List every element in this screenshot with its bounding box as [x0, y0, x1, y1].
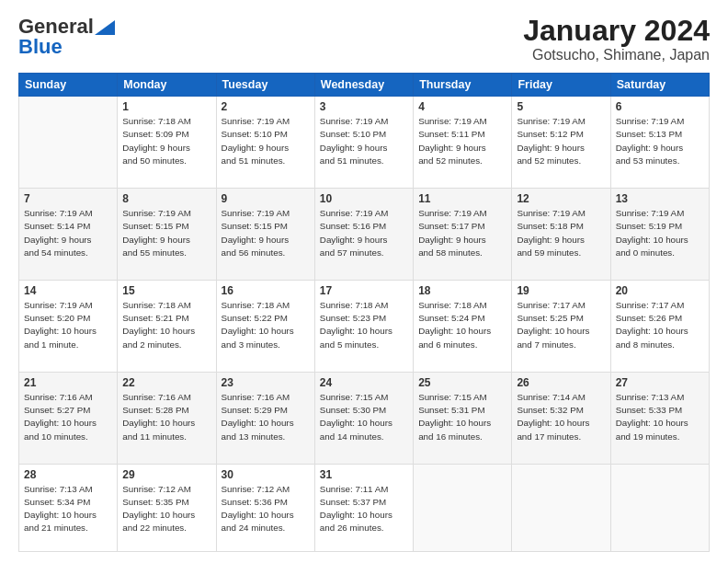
day-info: Sunrise: 7:17 AMSunset: 5:26 PMDaylight:… — [616, 299, 704, 351]
day-info: Sunrise: 7:18 AMSunset: 5:21 PMDaylight:… — [122, 299, 210, 351]
day-info: Sunrise: 7:19 AMSunset: 5:10 PMDaylight:… — [320, 115, 408, 167]
day-number: 14 — [24, 284, 112, 297]
day-info: Sunrise: 7:19 AMSunset: 5:10 PMDaylight:… — [222, 115, 310, 167]
calendar-cell: 11Sunrise: 7:19 AMSunset: 5:17 PMDayligh… — [414, 189, 512, 281]
day-info: Sunrise: 7:12 AMSunset: 5:35 PMDaylight:… — [122, 483, 210, 535]
day-number: 26 — [517, 376, 605, 389]
day-info: Sunrise: 7:11 AMSunset: 5:37 PMDaylight:… — [320, 483, 408, 535]
calendar-header-sunday: Sunday — [19, 74, 118, 97]
day-info: Sunrise: 7:15 AMSunset: 5:30 PMDaylight:… — [320, 391, 408, 443]
calendar-cell: 30Sunrise: 7:12 AMSunset: 5:36 PMDayligh… — [216, 464, 314, 551]
day-number: 31 — [320, 468, 408, 481]
calendar-cell: 4Sunrise: 7:19 AMSunset: 5:11 PMDaylight… — [414, 97, 512, 189]
day-number: 20 — [616, 284, 704, 297]
calendar-header-monday: Monday — [118, 74, 216, 97]
title-area: January 2024 Gotsucho, Shimane, Japan — [523, 15, 710, 63]
day-info: Sunrise: 7:19 AMSunset: 5:19 PMDaylight:… — [616, 207, 704, 259]
calendar-cell: 23Sunrise: 7:16 AMSunset: 5:29 PMDayligh… — [216, 372, 314, 464]
day-info: Sunrise: 7:16 AMSunset: 5:29 PMDaylight:… — [222, 391, 310, 443]
page-subtitle: Gotsucho, Shimane, Japan — [523, 47, 710, 63]
day-number: 9 — [222, 192, 310, 205]
day-number: 4 — [418, 100, 506, 113]
calendar-week-5: 28Sunrise: 7:13 AMSunset: 5:34 PMDayligh… — [19, 464, 710, 551]
day-number: 5 — [517, 100, 605, 113]
calendar-cell: 10Sunrise: 7:19 AMSunset: 5:16 PMDayligh… — [314, 189, 413, 281]
day-info: Sunrise: 7:19 AMSunset: 5:15 PMDaylight:… — [222, 207, 310, 259]
calendar: SundayMondayTuesdayWednesdayThursdayFrid… — [18, 73, 710, 552]
day-number: 29 — [122, 468, 210, 481]
calendar-cell: 3Sunrise: 7:19 AMSunset: 5:10 PMDaylight… — [314, 97, 413, 189]
calendar-cell: 6Sunrise: 7:19 AMSunset: 5:13 PMDaylight… — [610, 97, 709, 189]
day-info: Sunrise: 7:19 AMSunset: 5:13 PMDaylight:… — [616, 115, 704, 167]
day-number: 15 — [122, 284, 210, 297]
svg-marker-0 — [95, 20, 115, 35]
day-number: 11 — [418, 192, 506, 205]
day-number: 18 — [418, 284, 506, 297]
calendar-header-saturday: Saturday — [610, 74, 709, 97]
calendar-cell: 16Sunrise: 7:18 AMSunset: 5:22 PMDayligh… — [216, 281, 314, 373]
day-number: 27 — [616, 376, 704, 389]
calendar-cell: 25Sunrise: 7:15 AMSunset: 5:31 PMDayligh… — [414, 372, 512, 464]
calendar-cell — [512, 464, 610, 551]
day-info: Sunrise: 7:19 AMSunset: 5:17 PMDaylight:… — [418, 207, 506, 259]
calendar-cell: 29Sunrise: 7:12 AMSunset: 5:35 PMDayligh… — [118, 464, 216, 551]
day-number: 17 — [320, 284, 408, 297]
day-info: Sunrise: 7:19 AMSunset: 5:20 PMDaylight:… — [24, 299, 112, 351]
calendar-header-tuesday: Tuesday — [216, 74, 314, 97]
page: General Blue January 2024 Gotsucho, Shim… — [0, 0, 728, 563]
calendar-cell — [610, 464, 709, 551]
day-info: Sunrise: 7:19 AMSunset: 5:11 PMDaylight:… — [418, 115, 506, 167]
day-info: Sunrise: 7:18 AMSunset: 5:23 PMDaylight:… — [320, 299, 408, 351]
day-number: 30 — [222, 468, 310, 481]
day-info: Sunrise: 7:15 AMSunset: 5:31 PMDaylight:… — [418, 391, 506, 443]
day-info: Sunrise: 7:17 AMSunset: 5:25 PMDaylight:… — [517, 299, 605, 351]
calendar-cell: 1Sunrise: 7:18 AMSunset: 5:09 PMDaylight… — [118, 97, 216, 189]
day-number: 22 — [122, 376, 210, 389]
calendar-cell: 14Sunrise: 7:19 AMSunset: 5:20 PMDayligh… — [19, 281, 118, 373]
calendar-cell — [19, 97, 118, 189]
day-number: 24 — [320, 376, 408, 389]
calendar-cell: 28Sunrise: 7:13 AMSunset: 5:34 PMDayligh… — [19, 464, 118, 551]
calendar-cell: 8Sunrise: 7:19 AMSunset: 5:15 PMDaylight… — [118, 189, 216, 281]
day-info: Sunrise: 7:16 AMSunset: 5:28 PMDaylight:… — [122, 391, 210, 443]
day-number: 6 — [616, 100, 704, 113]
day-number: 1 — [122, 100, 210, 113]
calendar-cell: 9Sunrise: 7:19 AMSunset: 5:15 PMDaylight… — [216, 189, 314, 281]
day-number: 7 — [24, 192, 112, 205]
calendar-cell: 21Sunrise: 7:16 AMSunset: 5:27 PMDayligh… — [19, 372, 118, 464]
calendar-header-wednesday: Wednesday — [314, 74, 413, 97]
calendar-week-2: 7Sunrise: 7:19 AMSunset: 5:14 PMDaylight… — [19, 189, 710, 281]
day-info: Sunrise: 7:19 AMSunset: 5:16 PMDaylight:… — [320, 207, 408, 259]
day-info: Sunrise: 7:18 AMSunset: 5:24 PMDaylight:… — [418, 299, 506, 351]
calendar-cell: 15Sunrise: 7:18 AMSunset: 5:21 PMDayligh… — [118, 281, 216, 373]
logo: General Blue — [18, 15, 115, 59]
day-info: Sunrise: 7:13 AMSunset: 5:33 PMDaylight:… — [616, 391, 704, 443]
day-number: 12 — [517, 192, 605, 205]
day-number: 21 — [24, 376, 112, 389]
calendar-cell: 19Sunrise: 7:17 AMSunset: 5:25 PMDayligh… — [512, 281, 610, 373]
calendar-header-row: SundayMondayTuesdayWednesdayThursdayFrid… — [19, 74, 710, 97]
day-number: 19 — [517, 284, 605, 297]
calendar-week-1: 1Sunrise: 7:18 AMSunset: 5:09 PMDaylight… — [19, 97, 710, 189]
day-info: Sunrise: 7:13 AMSunset: 5:34 PMDaylight:… — [24, 483, 112, 535]
calendar-header-friday: Friday — [512, 74, 610, 97]
calendar-cell — [414, 464, 512, 551]
day-info: Sunrise: 7:19 AMSunset: 5:14 PMDaylight:… — [24, 207, 112, 259]
day-info: Sunrise: 7:19 AMSunset: 5:12 PMDaylight:… — [517, 115, 605, 167]
calendar-cell: 5Sunrise: 7:19 AMSunset: 5:12 PMDaylight… — [512, 97, 610, 189]
day-number: 10 — [320, 192, 408, 205]
calendar-cell: 18Sunrise: 7:18 AMSunset: 5:24 PMDayligh… — [414, 281, 512, 373]
calendar-week-4: 21Sunrise: 7:16 AMSunset: 5:27 PMDayligh… — [19, 372, 710, 464]
day-number: 2 — [222, 100, 310, 113]
day-number: 28 — [24, 468, 112, 481]
calendar-cell: 31Sunrise: 7:11 AMSunset: 5:37 PMDayligh… — [314, 464, 413, 551]
day-number: 25 — [418, 376, 506, 389]
logo-blue: Blue — [18, 35, 63, 59]
calendar-week-3: 14Sunrise: 7:19 AMSunset: 5:20 PMDayligh… — [19, 281, 710, 373]
day-info: Sunrise: 7:14 AMSunset: 5:32 PMDaylight:… — [517, 391, 605, 443]
day-number: 13 — [616, 192, 704, 205]
calendar-cell: 12Sunrise: 7:19 AMSunset: 5:18 PMDayligh… — [512, 189, 610, 281]
calendar-cell: 24Sunrise: 7:15 AMSunset: 5:30 PMDayligh… — [314, 372, 413, 464]
calendar-cell: 17Sunrise: 7:18 AMSunset: 5:23 PMDayligh… — [314, 281, 413, 373]
calendar-cell: 22Sunrise: 7:16 AMSunset: 5:28 PMDayligh… — [118, 372, 216, 464]
